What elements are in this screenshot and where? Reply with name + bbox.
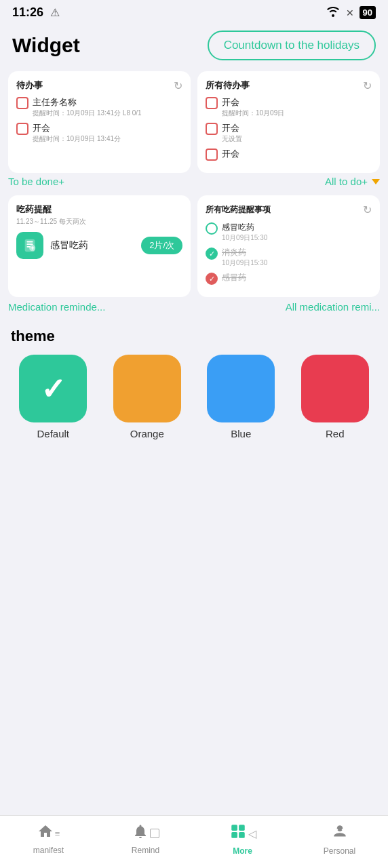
all-todo-link-cell: All to do+ xyxy=(197,176,380,187)
all-todo-card: 所有待办事 ↻ 开会 提醒时间：10月09日 开会 无设置 xyxy=(197,71,380,173)
all-todo-item-1: 开会 提醒时间：10月09日 xyxy=(206,96,372,118)
all-med-name-1: 感冒吃药 xyxy=(222,222,267,233)
todo-checkbox-2[interactable] xyxy=(16,123,28,135)
todo-card-title: 待办事 xyxy=(16,79,43,92)
more-extra-icon: ◁ xyxy=(248,827,256,840)
theme-section-title: theme xyxy=(11,328,377,345)
med-circle-3[interactable]: ✓ xyxy=(206,273,218,285)
theme-item-blue[interactable]: Blue xyxy=(199,355,284,439)
todo-checkbox-1[interactable] xyxy=(16,97,28,109)
theme-item-default[interactable]: ✓ Default xyxy=(11,355,96,439)
all-med-card: 所有吃药提醒事项 ↻ 感冒吃药 10月09日15:30 ✓ 消炎药 10月09日… xyxy=(197,195,380,297)
personal-icon xyxy=(331,823,349,844)
svg-point-7 xyxy=(336,829,338,830)
countdown-button[interactable]: Countdown to the holidays xyxy=(208,31,376,60)
med-cards-row: 吃药提醒 11.23～11.25 每天两次 感冒吃药 2片/次 所有吃药提醒事项 xyxy=(0,195,388,297)
chevron-down-icon xyxy=(372,179,380,184)
status-time: 11:26 xyxy=(12,5,43,20)
all-todo-refresh-icon[interactable]: ↻ xyxy=(363,79,372,92)
theme-swatch-blue xyxy=(207,355,275,422)
med-item-row: 感冒吃药 2片/次 xyxy=(16,232,182,259)
all-todo-item-3: 开会 xyxy=(206,148,372,161)
remind-icon xyxy=(132,823,149,844)
all-med-name-2: 消炎药 xyxy=(222,247,267,258)
all-todo-reminder-1: 提醒时间：10月09日 xyxy=(222,108,284,118)
todo-item-2: 开会 提醒时间：10月09日 13:41分 xyxy=(16,122,182,144)
all-todo-name-3: 开会 xyxy=(222,148,239,160)
todo-reminder-1: 提醒时间：10月09日 13:41分 L8 0/1 xyxy=(33,108,142,118)
manifest-icon xyxy=(37,823,54,844)
all-todo-link[interactable]: All to do+ xyxy=(325,176,380,187)
theme-label-default: Default xyxy=(37,428,69,439)
theme-section: theme ✓ Default Orange Blue Red xyxy=(0,321,388,450)
all-todo-name-1: 开会 xyxy=(222,96,284,108)
nav-label-manifest: manifest xyxy=(33,846,64,855)
nav-label-personal: Personal xyxy=(324,846,355,856)
med-link-cell: Medication reminde... xyxy=(8,301,191,313)
med-circle-2[interactable]: ✓ xyxy=(206,248,218,260)
svg-rect-2 xyxy=(231,825,237,831)
svg-rect-3 xyxy=(239,825,245,831)
all-med-date-1: 10月09日15:30 xyxy=(222,233,267,243)
svg-point-6 xyxy=(336,825,343,831)
all-med-reminder-link[interactable]: All medication remi... xyxy=(286,301,380,313)
med-card: 吃药提醒 11.23～11.25 每天两次 感冒吃药 2片/次 xyxy=(8,195,191,297)
todo-refresh-icon[interactable]: ↻ xyxy=(174,79,182,92)
theme-label-orange: Orange xyxy=(130,428,164,439)
page-header: Widget Countdown to the holidays xyxy=(0,22,388,71)
card-links-row-1: To be done+ All to do+ xyxy=(0,176,388,187)
all-med-title: 所有吃药提醒事项 xyxy=(206,204,271,216)
svg-rect-4 xyxy=(231,832,237,838)
to-be-done-link[interactable]: To be done+ xyxy=(8,176,64,187)
todo-cards-row: 待办事 ↻ 主任务名称 提醒时间：10月09日 13:41分 L8 0/1 开会… xyxy=(0,71,388,173)
theme-swatch-red xyxy=(301,355,369,422)
nav-item-personal[interactable]: Personal xyxy=(291,823,388,856)
page-title: Widget xyxy=(12,34,80,57)
nav-label-remind: Remind xyxy=(132,846,159,855)
todo-item-1: 主任务名称 提醒时间：10月09日 13:41分 L8 0/1 xyxy=(16,96,182,118)
nav-item-remind[interactable]: Remind xyxy=(97,823,194,855)
all-med-item-1: 感冒吃药 10月09日15:30 xyxy=(206,222,372,243)
med-icon xyxy=(16,232,43,259)
battery-indicator: 90 xyxy=(360,6,376,19)
todo-link-cell: To be done+ xyxy=(8,176,191,187)
all-med-refresh-icon[interactable]: ↻ xyxy=(363,203,372,216)
manifest-extra-icon: ≡ xyxy=(55,829,60,839)
med-reminder-link[interactable]: Medication reminde... xyxy=(8,301,105,313)
all-todo-checkbox-1[interactable] xyxy=(206,97,218,109)
theme-label-blue: Blue xyxy=(231,428,251,439)
theme-item-orange[interactable]: Orange xyxy=(105,355,190,439)
theme-label-red: Red xyxy=(326,428,345,439)
all-todo-checkbox-2[interactable] xyxy=(206,123,218,135)
theme-item-red[interactable]: Red xyxy=(293,355,378,439)
card-links-row-2: Medication reminde... All medication rem… xyxy=(0,301,388,313)
med-schedule: 11.23～11.25 每天两次 xyxy=(16,217,182,226)
nav-item-manifest[interactable]: ≡ manifest xyxy=(0,823,97,855)
todo-name-2: 开会 xyxy=(33,122,121,134)
med-dose: 2片/次 xyxy=(141,237,182,254)
all-med-item-2: ✓ 消炎药 10月09日15:30 xyxy=(206,247,372,268)
sim-icon: ✕ xyxy=(346,7,354,18)
svg-point-8 xyxy=(341,829,343,830)
nav-label-more: More xyxy=(233,846,252,856)
wifi-icon xyxy=(326,6,341,20)
svg-rect-5 xyxy=(239,832,245,838)
todo-reminder-2: 提醒时间：10月09日 13:41分 xyxy=(33,134,121,144)
all-todo-card-title: 所有待办事 xyxy=(206,79,250,92)
all-todo-checkbox-3[interactable] xyxy=(206,149,218,161)
bottom-nav: ≡ manifest Remind ◁ xyxy=(0,815,388,868)
all-med-item-3: ✓ 感冒药 xyxy=(206,272,372,285)
theme-swatch-orange xyxy=(113,355,181,422)
nav-item-more[interactable]: ◁ More xyxy=(194,823,291,856)
all-med-date-2: 10月09日15:30 xyxy=(222,258,267,268)
all-med-name-3: 感冒药 xyxy=(222,272,246,283)
all-med-link-cell: All medication remi... xyxy=(197,301,380,313)
todo-card: 待办事 ↻ 主任务名称 提醒时间：10月09日 13:41分 L8 0/1 开会… xyxy=(8,71,191,173)
med-item-name: 感冒吃药 xyxy=(50,239,134,252)
all-todo-item-2: 开会 无设置 xyxy=(206,122,372,144)
alert-icon: ⚠ xyxy=(50,6,60,19)
theme-grid: ✓ Default Orange Blue Red xyxy=(11,355,377,439)
status-bar: 11:26 ⚠ ✕ 90 xyxy=(0,0,388,22)
med-circle-1[interactable] xyxy=(206,222,218,235)
all-todo-name-2: 开会 xyxy=(222,122,242,134)
